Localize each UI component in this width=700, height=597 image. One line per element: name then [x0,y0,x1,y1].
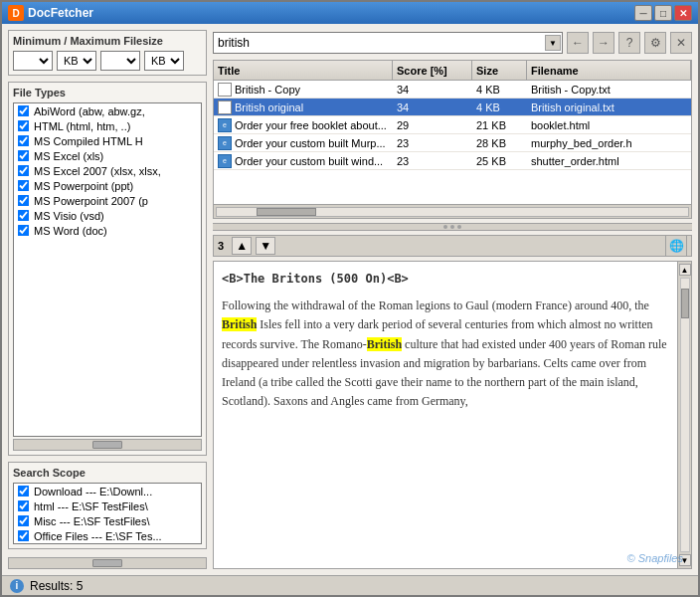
cell-score: 34 [393,100,472,114]
minimize-button[interactable]: ─ [634,5,652,21]
min-unit-select[interactable]: KB [57,51,96,71]
cell-filename: British - Copy.txt [527,83,691,97]
search-bar: ▼ ← → ? ⚙ ✕ [213,30,692,56]
table-row[interactable]: eOrder your free booklet about...2921 KB… [214,116,691,134]
filetype-item[interactable]: MS Compiled HTML H [14,133,201,148]
table-body: British - Copy344 KBBritish - Copy.txtBr… [214,81,691,204]
filetypes-title: File Types [13,87,202,99]
resize-handle[interactable] [213,223,692,231]
scrollbar-thumb[interactable] [681,289,689,318]
col-header-score: Score [%] [393,61,472,80]
max-unit-select[interactable]: KB [144,51,184,71]
right-panel: ▼ ← → ? ⚙ ✕ Title Score [%] Size Filenam… [213,30,692,569]
table-hscroll-inner [216,207,689,217]
table-row[interactable]: British - Copy344 KBBritish - Copy.txt [214,81,691,99]
window-title: DocFetcher [28,6,634,20]
cell-score: 34 [393,83,472,97]
advanced-button[interactable]: ✕ [670,32,692,54]
browser-button[interactable]: 🌐 [665,235,687,257]
cell-title: eOrder your custom built wind... [214,153,393,169]
results-panel: Title Score [%] Size Filename British - … [213,60,692,219]
txt-file-icon [218,83,232,97]
forward-button[interactable]: → [593,32,614,54]
filetype-item[interactable]: MS Excel (xls) [14,148,201,163]
filetype-item[interactable]: HTML (html, htm, ..) [14,118,201,133]
close-button[interactable]: ✕ [674,5,692,21]
titlebar: D DocFetcher ─ □ ✕ [2,2,698,24]
filetype-list: AbiWord (abw, abw.gz,HTML (html, htm, ..… [13,102,202,437]
cell-title: eOrder your custom built Murp... [214,135,393,151]
nav-up-button[interactable]: ▲ [232,237,252,255]
filesize-section: Minimum / Maximum Filesize KB KB [8,30,207,76]
status-bar: i Results: 5 [2,575,698,595]
status-icon: i [10,579,24,593]
html-file-icon: e [218,118,232,132]
cell-size: 25 KB [472,154,527,168]
filetype-item[interactable]: MS Word (doc) [14,223,201,238]
txt-file-icon [218,100,232,114]
filesize-row: KB KB [13,51,202,71]
cell-score: 23 [393,136,472,150]
col-header-size: Size [472,61,527,80]
search-input[interactable] [213,32,563,54]
cell-size: 28 KB [472,136,527,150]
col-header-title: Title [214,61,393,80]
scope-item[interactable]: Misc --- E:\SF TestFiles\ [14,513,201,528]
main-content: Minimum / Maximum Filesize KB KB [2,24,698,575]
scope-hscroll-thumb [92,559,122,567]
filetypes-panel: File Types AbiWord (abw, abw.gz,HTML (ht… [8,82,207,456]
app-icon: D [8,5,24,21]
status-text: Results: 5 [30,579,83,593]
cell-size: 4 KB [472,100,527,114]
scope-list: Download --- E:\Downl...html --- E:\SF T… [13,483,202,544]
settings-button[interactable]: ⚙ [644,32,666,54]
filetypes-hscroll-thumb [92,441,122,449]
table-row[interactable]: eOrder your custom built wind...2325 KBs… [214,152,691,170]
max-size-input[interactable] [100,51,140,71]
cell-filename: shutter_order.html [527,154,691,168]
nav-down-button[interactable]: ▼ [256,237,275,255]
preview-scrollbar: ▲ ▼ [677,262,691,568]
search-dropdown-arrow[interactable]: ▼ [545,35,561,51]
filetype-item[interactable]: MS Powerpoint 2007 (p [14,193,201,208]
preview-text: <B>The Britons (500 On)<B> Following the… [214,262,677,568]
filetypes-hscrollbar[interactable] [13,439,202,451]
cell-title: eOrder your free booklet about... [214,117,393,133]
result-count: 3 [218,240,224,252]
filetype-item[interactable]: MS Excel 2007 (xlsx, xlsx, [14,163,201,178]
preview-heading: <B>The Britons (500 On)<B> [222,270,669,289]
table-row[interactable]: eOrder your custom built Murp...2328 KBm… [214,134,691,152]
filetype-item[interactable]: MS Visio (vsd) [14,208,201,223]
scope-hscrollbar[interactable] [8,557,207,569]
scope-item[interactable]: Office Files --- E:\SF Tes... [14,528,201,543]
html-file-icon: e [218,136,232,150]
cell-size: 4 KB [472,83,527,97]
filetype-item[interactable]: MS Powerpoint (ppt) [14,178,201,193]
filetype-item[interactable]: AbiWord (abw, abw.gz, [14,103,201,118]
nav-bar: 3 ▲ ▼ 🌐 [213,235,692,257]
filesize-title: Minimum / Maximum Filesize [13,35,202,47]
col-header-filename: Filename [527,61,691,80]
search-input-wrap: ▼ [213,32,563,54]
maximize-button[interactable]: □ [654,5,672,21]
scope-item[interactable]: html --- E:\SF TestFiles\ [14,498,201,513]
preview-highlight2: British [367,337,402,351]
back-button[interactable]: ← [567,32,589,54]
help-button[interactable]: ? [618,32,640,54]
table-hscrollbar[interactable] [214,204,691,218]
min-size-input[interactable] [13,51,53,71]
cell-filename: booklet.html [527,118,691,132]
table-row[interactable]: British original344 KBBritish original.t… [214,99,691,116]
preview-panel: <B>The Britons (500 On)<B> Following the… [213,261,692,569]
scope-item[interactable]: Download --- E:\Downl... [14,484,201,498]
left-panel: Minimum / Maximum Filesize KB KB [8,30,207,569]
cell-score: 23 [393,154,472,168]
table-header: Title Score [%] Size Filename [214,61,691,81]
scrollbar-up-button[interactable]: ▲ [679,264,691,276]
preview-para1-before: Following the withdrawal of the Roman le… [222,298,649,312]
preview-highlight1: British [222,317,257,331]
html-file-icon: e [218,154,232,168]
main-window: D DocFetcher ─ □ ✕ Minimum / Maximum Fil… [0,0,700,597]
cell-score: 29 [393,118,472,132]
cell-title: British - Copy [214,82,393,98]
